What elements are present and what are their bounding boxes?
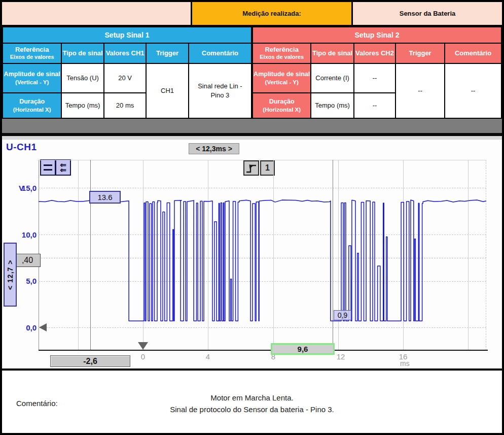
waveform-svg bbox=[2, 136, 502, 369]
setup2-comment-value: -- bbox=[445, 63, 501, 118]
report-header: Medição realizada: Sensor da Bateria bbox=[2, 2, 502, 26]
setup2-amplitude-valor: -- bbox=[354, 63, 395, 93]
setup2-row-amplitude: Amplitude de sinal(Vertical - Y) bbox=[253, 63, 311, 93]
setup1-comment-value: Sinal rede Lin -Pino 3 bbox=[189, 63, 251, 118]
setup-signal-1-table: Setup Sinal 1 ReferênciaEixos de valores… bbox=[2, 26, 252, 119]
setup1-trigger-value: CH1 bbox=[146, 63, 188, 118]
setup2-amplitude-tipo: Corrente (I) bbox=[311, 63, 353, 93]
setup1-col-referencia: ReferênciaEixos de valores bbox=[3, 43, 61, 63]
setup-signal-2-table: Setup Sinal 2 ReferênciaEixos de valores… bbox=[252, 26, 502, 119]
setup1-duracao-valor: 20 ms bbox=[104, 93, 146, 118]
scope-window-toolbar-strip bbox=[2, 118, 502, 136]
setup1-row-duracao: Duração(Horizontal X) bbox=[3, 93, 61, 118]
measured-label-box: Medição realizada: bbox=[191, 2, 353, 25]
cursor-delta-voltage-box[interactable]: < 12,7 > bbox=[4, 243, 17, 307]
setup2-col-comentario: Comentário bbox=[445, 43, 501, 63]
setup2-col-trigger: Trigger bbox=[395, 43, 445, 63]
waveform-trace bbox=[39, 200, 486, 321]
cursor1-voltage-box[interactable]: 13.6 bbox=[89, 191, 121, 204]
setup2-trigger-value: -- bbox=[395, 63, 445, 118]
setup2-duracao-tipo: Tempo (ms) bbox=[311, 93, 353, 118]
measured-value: Sensor da Bateria bbox=[353, 2, 502, 25]
setup1-col-tipo: Tipo de sinal bbox=[61, 43, 103, 63]
cursor2-voltage-box[interactable]: 0,9 bbox=[334, 310, 351, 320]
measured-label: Medição realizada: bbox=[242, 10, 301, 17]
setup1-amplitude-valor: 20 V bbox=[104, 63, 146, 93]
setup1-col-valores: Valores CH1 bbox=[104, 43, 146, 63]
setup1-col-trigger: Trigger bbox=[146, 43, 188, 63]
setup1-col-comentario: Comentário bbox=[189, 43, 251, 63]
cursor2-time-box-selected[interactable]: 9,6 bbox=[271, 343, 335, 355]
setup2-col-referencia: ReferênciaEixos de valores bbox=[253, 43, 311, 63]
comment-section: Comentário: Motor em Marcha Lenta. Sinal… bbox=[2, 369, 502, 433]
setup2-duracao-valor: -- bbox=[354, 93, 395, 118]
oscilloscope-panel: U-CH1 < 12,3ms > ⇐⇐ 1 V 15,0 10 bbox=[2, 136, 502, 369]
setup1-duracao-tipo: Tempo (ms) bbox=[61, 93, 103, 118]
setup-tables: Setup Sinal 1 ReferênciaEixos de valores… bbox=[2, 26, 502, 118]
setup1-row-amplitude: Amplitude de sinal(Vertical - Y) bbox=[3, 63, 61, 93]
report-page: Medição realizada: Sensor da Bateria Set… bbox=[0, 0, 504, 435]
trigger-level-box[interactable]: ,40 bbox=[14, 254, 41, 267]
setup1-amplitude-tipo: Tensão (U) bbox=[61, 63, 103, 93]
setup2-col-tipo: Tipo de sinal bbox=[311, 43, 353, 63]
comment-text: Motor em Marcha Lenta. Sinal de protocol… bbox=[2, 392, 502, 415]
setup2-title: Setup Sinal 2 bbox=[253, 27, 501, 43]
setup2-col-valores: Valores CH2 bbox=[354, 43, 395, 63]
setup1-title: Setup Sinal 1 bbox=[3, 27, 251, 43]
cursor1-time-box[interactable]: -2,6 bbox=[50, 355, 130, 367]
setup2-row-duracao: Duração(Horizontal X) bbox=[253, 93, 311, 118]
